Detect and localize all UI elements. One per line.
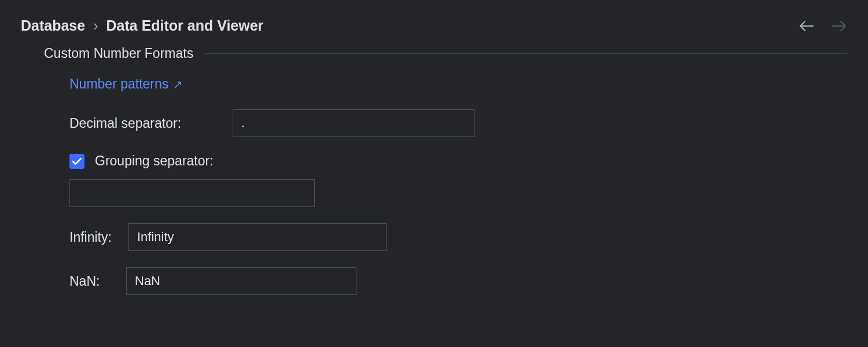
- nan-label: NaN:: [69, 274, 113, 289]
- grouping-separator-row: Grouping separator:: [69, 153, 847, 169]
- number-patterns-link[interactable]: Number patterns: [69, 76, 168, 92]
- section-custom-number-formats: Custom Number Formats Number patterns ↗ …: [0, 46, 868, 295]
- header: Database › Data Editor and Viewer: [0, 0, 868, 46]
- nan-input[interactable]: [126, 267, 356, 295]
- breadcrumb: Database › Data Editor and Viewer: [21, 17, 263, 34]
- arrow-right-icon: [832, 20, 847, 32]
- infinity-label: Infinity:: [69, 230, 116, 245]
- decimal-separator-input[interactable]: [233, 109, 475, 137]
- external-link-icon: ↗: [173, 77, 183, 91]
- section-divider: [205, 53, 847, 54]
- breadcrumb-separator: ›: [93, 17, 98, 34]
- decimal-separator-row: Decimal separator:: [69, 109, 847, 137]
- grouping-separator-input[interactable]: [69, 179, 315, 207]
- form-area: Number patterns ↗ Decimal separator: Gro…: [44, 76, 847, 295]
- grouping-checkbox-wrap: Grouping separator:: [69, 153, 214, 169]
- back-button[interactable]: [799, 18, 815, 34]
- breadcrumb-current: Data Editor and Viewer: [106, 17, 264, 34]
- section-title: Custom Number Formats: [44, 46, 193, 61]
- breadcrumb-parent[interactable]: Database: [21, 17, 85, 34]
- number-patterns-link-row: Number patterns ↗: [69, 76, 847, 92]
- infinity-input[interactable]: [128, 223, 387, 251]
- forward-button: [831, 18, 847, 34]
- infinity-row: Infinity:: [69, 223, 847, 251]
- section-header: Custom Number Formats: [44, 46, 847, 61]
- decimal-separator-label: Decimal separator:: [69, 116, 220, 131]
- nav-arrows: [799, 18, 847, 34]
- check-icon: [72, 157, 82, 165]
- grouping-separator-checkbox[interactable]: [69, 154, 84, 169]
- nan-row: NaN:: [69, 267, 847, 295]
- grouping-separator-input-row: [69, 179, 847, 207]
- arrow-left-icon: [799, 20, 814, 32]
- grouping-separator-label: Grouping separator:: [95, 153, 214, 169]
